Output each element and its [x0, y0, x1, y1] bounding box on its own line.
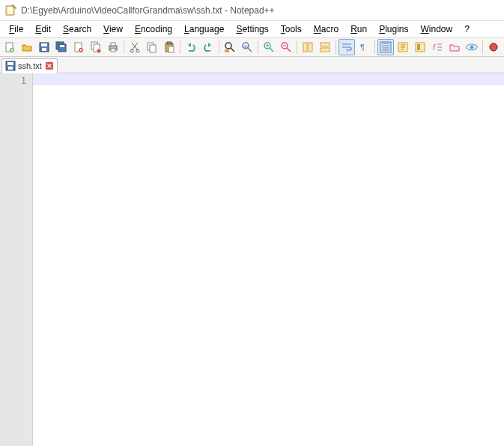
replace-button[interactable]: ab [239, 39, 255, 55]
svg-rect-34 [321, 48, 330, 52]
svg-text:¶: ¶ [360, 43, 365, 52]
record-macro-button[interactable] [485, 39, 502, 55]
file-tab[interactable]: ssh.txt [1, 58, 58, 73]
tab-label: ssh.txt [18, 61, 42, 70]
svg-point-25 [225, 43, 231, 49]
zoom-out-button[interactable] [278, 39, 294, 55]
close-button[interactable] [70, 39, 87, 55]
menu-macro[interactable]: Macro [308, 22, 344, 36]
svg-rect-26 [225, 49, 229, 52]
svg-text:ab: ab [243, 44, 249, 49]
editor-area: 1 [0, 73, 504, 446]
menu-file[interactable]: File [3, 22, 29, 36]
title-bar: D:\Egyeb\Arduino\VideoCallforGrandma\sw\… [0, 0, 504, 21]
toolbar-separator [124, 40, 124, 54]
menu-tools[interactable]: Tools [275, 22, 308, 36]
doc-map-button[interactable] [412, 39, 428, 55]
all-chars-button[interactable]: ¶ [356, 39, 372, 55]
toolbar-separator [482, 40, 483, 54]
undo-button[interactable] [183, 39, 199, 55]
menu-encoding[interactable]: Encoding [129, 22, 178, 36]
cut-button[interactable] [127, 39, 143, 55]
svg-point-43 [490, 43, 497, 51]
zoom-in-button[interactable] [261, 39, 277, 55]
line-number-gutter: 1 [0, 73, 33, 446]
svg-rect-16 [111, 43, 115, 46]
find-button[interactable] [222, 39, 238, 55]
svg-point-14 [97, 49, 101, 53]
svg-point-42 [470, 46, 474, 49]
open-file-button[interactable] [19, 39, 35, 55]
svg-rect-5 [41, 43, 47, 46]
menu-run[interactable]: Run [344, 22, 373, 36]
tab-bar: ssh.txt [0, 57, 504, 73]
toolbar: ab ¶ f [0, 37, 504, 57]
toolbar-separator [374, 40, 375, 54]
menu-plugins[interactable]: Plugins [373, 22, 414, 36]
menu-view[interactable]: View [97, 22, 129, 36]
toolbar-separator [180, 40, 180, 54]
app-icon [4, 4, 16, 16]
redo-button[interactable] [200, 39, 216, 55]
toolbar-separator [258, 40, 258, 54]
sync-vscroll-button[interactable] [300, 39, 316, 55]
indent-guide-button[interactable] [377, 39, 394, 55]
svg-rect-23 [167, 42, 171, 44]
menu-help[interactable]: ? [458, 22, 476, 36]
menu-search[interactable]: Search [57, 22, 97, 36]
func-list-button[interactable]: f [429, 39, 446, 55]
save-status-icon [5, 61, 16, 71]
menu-bar: File Edit Search View Encoding Language … [0, 21, 504, 37]
svg-rect-6 [42, 48, 46, 51]
udl-button[interactable] [395, 39, 411, 55]
svg-rect-17 [111, 49, 115, 52]
save-button[interactable] [36, 39, 52, 55]
current-line-highlight [33, 73, 504, 85]
paste-button[interactable] [161, 39, 177, 55]
toolbar-separator [219, 40, 219, 54]
svg-rect-21 [150, 45, 156, 52]
line-number: 1 [0, 75, 26, 87]
menu-window[interactable]: Window [415, 22, 459, 36]
save-all-button[interactable] [53, 39, 70, 55]
tab-close-button[interactable] [45, 61, 54, 70]
sync-hscroll-button[interactable] [317, 39, 333, 55]
folder-workspace-button[interactable] [446, 39, 463, 55]
copy-button[interactable] [144, 39, 160, 55]
menu-edit[interactable]: Edit [29, 22, 57, 36]
menu-language[interactable]: Language [178, 22, 230, 36]
new-file-button[interactable] [1, 39, 18, 55]
toolbar-separator [297, 40, 297, 54]
svg-rect-46 [8, 67, 13, 70]
svg-point-1 [12, 4, 13, 6]
svg-rect-45 [7, 62, 13, 65]
print-button[interactable] [105, 39, 121, 55]
menu-settings[interactable]: Settings [230, 22, 274, 36]
word-wrap-button[interactable] [338, 39, 355, 55]
toolbar-separator [336, 40, 336, 54]
window-title: D:\Egyeb\Arduino\VideoCallforGrandma\sw\… [21, 5, 275, 16]
svg-rect-33 [321, 43, 330, 46]
svg-rect-24 [168, 46, 174, 52]
svg-rect-39 [417, 44, 420, 50]
svg-rect-32 [309, 43, 312, 52]
svg-text:f: f [433, 43, 436, 52]
svg-rect-0 [6, 6, 13, 15]
close-all-button[interactable] [88, 39, 104, 55]
svg-rect-31 [303, 43, 307, 52]
text-editor[interactable] [33, 73, 504, 446]
svg-rect-9 [60, 45, 64, 47]
monitoring-button[interactable] [464, 39, 480, 55]
